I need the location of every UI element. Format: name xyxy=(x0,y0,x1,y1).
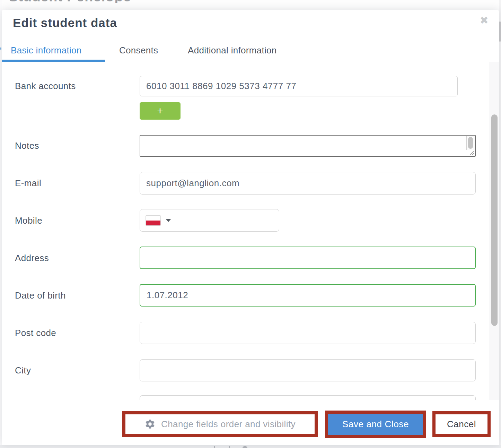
cancel-button[interactable]: Cancel xyxy=(436,414,487,434)
save-and-close-button[interactable]: Save and Close xyxy=(328,414,423,435)
annotation-box-cancel: Cancel xyxy=(432,411,491,437)
annotation-box-change-fields: Change fields order and visibility xyxy=(122,411,318,437)
city-label: City xyxy=(15,364,31,377)
page-bottom-strip xyxy=(0,445,501,448)
notes-scrollbar-track xyxy=(466,136,475,150)
modal-scrollbar-thumb[interactable] xyxy=(491,114,498,326)
clipped-content-fragment xyxy=(229,446,230,448)
change-fields-order-button[interactable]: Change fields order and visibility xyxy=(125,414,315,434)
clipped-heading: Student Penelope xyxy=(9,0,189,3)
close-icon[interactable]: ✖ xyxy=(480,15,489,26)
page-background: Student Penelope Edit student data ✖ Bas… xyxy=(0,0,501,448)
address-input[interactable] xyxy=(140,247,476,269)
tab-basic-information[interactable]: Basic information xyxy=(11,45,82,56)
bank-accounts-label: Bank accounts xyxy=(15,80,76,92)
email-label: E-mail xyxy=(15,177,41,189)
notes-textarea[interactable] xyxy=(140,135,476,157)
post-code-label: Post code xyxy=(15,327,56,339)
notes-label: Notes xyxy=(15,139,39,152)
mobile-label: Mobile xyxy=(15,214,42,227)
post-code-input[interactable] xyxy=(140,322,476,344)
tab-bar: Basic information Consents Additional in… xyxy=(2,40,499,62)
address-label: Address xyxy=(15,252,49,264)
clipped-content-fragment xyxy=(243,446,247,448)
modal-footer: Change fields order and visibility Save … xyxy=(2,400,499,445)
blue-accent-fragment xyxy=(0,48,1,50)
poland-flag-icon[interactable] xyxy=(146,215,161,226)
change-fields-order-label: Change fields order and visibility xyxy=(161,419,296,430)
page-scrollbar-thumb[interactable] xyxy=(499,21,501,42)
mobile-input[interactable] xyxy=(140,209,279,232)
bank-accounts-input[interactable] xyxy=(140,76,458,96)
next-field-input-clipped[interactable] xyxy=(140,395,476,400)
add-bank-account-button[interactable]: + xyxy=(140,102,181,120)
email-input[interactable] xyxy=(140,172,476,195)
clipped-content-fragment xyxy=(214,446,215,448)
resize-handle-icon[interactable] xyxy=(468,149,474,155)
tab-additional-information[interactable]: Additional information xyxy=(188,45,277,56)
modal-scrollbar-track[interactable] xyxy=(490,62,499,400)
clipped-heading-text: Student Penelope xyxy=(9,0,189,3)
date-of-birth-input[interactable] xyxy=(140,284,476,307)
edit-student-modal: Edit student data ✖ Basic information Co… xyxy=(2,10,499,445)
gear-icon xyxy=(144,419,156,430)
date-of-birth-label: Date of birth xyxy=(15,289,66,302)
notes-scrollbar-thumb[interactable] xyxy=(468,137,473,149)
modal-title: Edit student data xyxy=(13,16,117,30)
active-tab-underline xyxy=(2,60,105,62)
city-input[interactable] xyxy=(140,359,476,381)
page-scrollbar-strip xyxy=(499,0,501,448)
tab-consents[interactable]: Consents xyxy=(119,45,158,56)
chevron-down-icon[interactable] xyxy=(166,219,171,222)
annotation-box-save: Save and Close xyxy=(325,411,426,438)
